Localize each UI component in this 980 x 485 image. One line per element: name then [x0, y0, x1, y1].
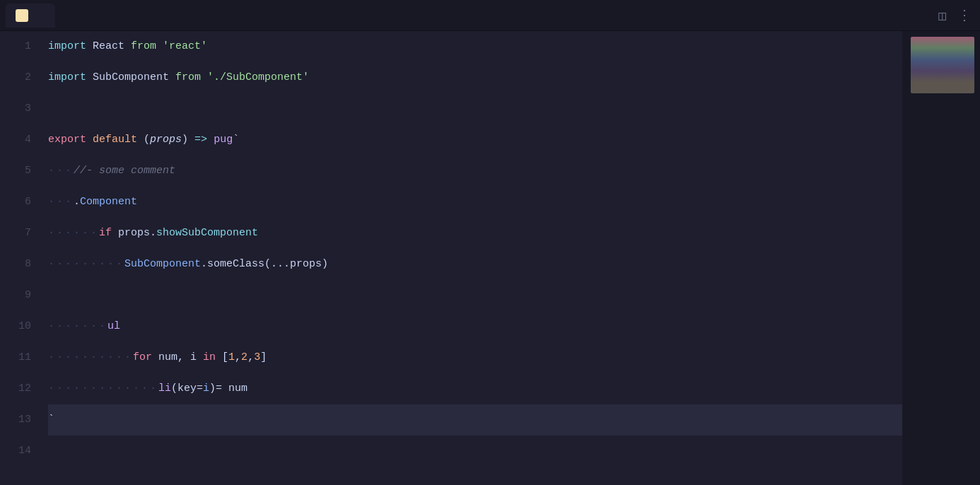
more-icon[interactable]: ⋮ — [955, 4, 974, 27]
code-token: import — [48, 62, 86, 93]
code-token: from — [131, 31, 156, 62]
indent-dots: ············· — [48, 373, 158, 404]
tab-close-button[interactable] — [40, 14, 45, 17]
line-number: 12 — [0, 373, 42, 404]
title-bar: ◫ ⋮ — [0, 0, 980, 31]
code-line — [48, 436, 902, 467]
code-token: )= num — [209, 373, 247, 404]
code-token: Component — [80, 187, 137, 218]
line-number: 10 — [0, 311, 42, 342]
line-number: 13 — [0, 404, 42, 436]
code-token: 3 — [254, 342, 260, 373]
code-token: (key= — [171, 373, 203, 404]
code-token: ( — [137, 124, 150, 156]
code-token: ) — [182, 124, 194, 156]
code-token: ` — [48, 404, 54, 436]
code-token: i — [203, 373, 209, 404]
editor-body: 1234567891011121314 import React from 'r… — [0, 31, 980, 485]
code-line: ·······ul — [48, 311, 902, 342]
tab[interactable] — [6, 4, 55, 28]
code-token — [201, 62, 207, 93]
code-token: 'react' — [163, 31, 207, 62]
code-token: import — [48, 31, 86, 62]
line-number: 7 — [0, 218, 42, 249]
line-number: 9 — [0, 280, 42, 311]
indent-dots: ······ — [48, 218, 99, 249]
line-number: 5 — [0, 156, 42, 187]
code-token: .someClass(...props) — [201, 249, 328, 280]
line-number: 2 — [0, 62, 42, 93]
code-token: React — [86, 31, 131, 62]
line-number: 1 — [0, 31, 42, 62]
code-token: export — [48, 124, 86, 156]
title-bar-right: ◫ ⋮ — [935, 4, 974, 27]
indent-dots: ········· — [48, 249, 124, 280]
code-token: => — [194, 124, 207, 156]
code-token: SubComponent — [86, 62, 175, 93]
tab-js-icon — [16, 9, 28, 22]
code-token: props. — [112, 218, 156, 249]
indent-dots: ··· — [48, 187, 74, 218]
code-token: ` — [233, 124, 239, 156]
code-line: ······if props.showSubComponent — [48, 218, 902, 249]
code-token: props — [150, 124, 182, 156]
code-token: showSubComponent — [156, 218, 258, 249]
code-token: SubComponent — [124, 249, 201, 280]
line-number: 14 — [0, 436, 42, 467]
code-token: . — [74, 187, 80, 218]
code-token: 1 — [228, 342, 235, 373]
minimap-content — [911, 37, 974, 93]
code-token: from — [175, 62, 201, 93]
minimap — [902, 31, 980, 485]
code-line: import SubComponent from './SubComponent… — [48, 62, 902, 93]
code-line — [48, 280, 902, 311]
code-token: for — [133, 342, 152, 373]
code-token: ul — [107, 311, 120, 342]
code-line: import React from 'react' — [48, 31, 902, 62]
code-token: [ — [216, 342, 228, 373]
code-token: default — [93, 124, 137, 156]
code-token: if — [99, 218, 112, 249]
code-token: 2 — [241, 342, 247, 373]
code-token: in — [203, 342, 216, 373]
code-area[interactable]: import React from 'react'import SubCompo… — [42, 31, 902, 485]
code-line: ···.Component — [48, 187, 902, 218]
code-line: ` — [48, 404, 902, 436]
indent-dots: ······· — [48, 311, 107, 342]
code-line: ··········for num, i in [1,2,3] — [48, 342, 902, 373]
code-token: li — [158, 373, 171, 404]
split-editor-icon[interactable]: ◫ — [935, 5, 949, 26]
line-number: 6 — [0, 187, 42, 218]
line-number: 11 — [0, 342, 42, 373]
line-numbers: 1234567891011121314 — [0, 31, 42, 485]
code-line: export default (props) => pug` — [48, 124, 902, 156]
code-line: ···//- some comment — [48, 156, 902, 187]
line-number: 4 — [0, 124, 42, 156]
code-token — [86, 124, 93, 156]
code-token — [156, 31, 163, 62]
line-number: 3 — [0, 93, 42, 124]
code-token: //- some comment — [74, 156, 175, 187]
indent-dots: ·········· — [48, 342, 133, 373]
code-line — [48, 93, 902, 124]
code-token: , — [235, 342, 241, 373]
code-line: ·········SubComponent.someClass(...props… — [48, 249, 902, 280]
code-token: , — [247, 342, 254, 373]
code-token — [207, 124, 214, 156]
code-token: pug — [214, 124, 233, 156]
code-line: ·············li(key=i)= num — [48, 373, 902, 404]
indent-dots: ··· — [48, 156, 74, 187]
code-token: './SubComponent' — [207, 62, 309, 93]
code-token: num, i — [152, 342, 203, 373]
line-number: 8 — [0, 249, 42, 280]
code-token: ] — [260, 342, 267, 373]
